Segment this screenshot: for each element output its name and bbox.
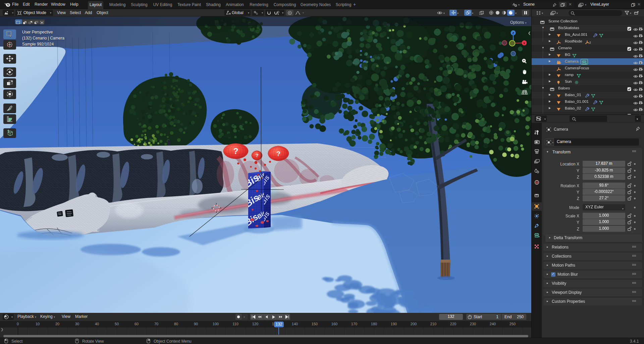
svg-text:Z: Z xyxy=(512,31,514,35)
svg-text:X: X xyxy=(523,42,525,45)
svg-text:?: ? xyxy=(255,152,258,158)
svg-text:?: ? xyxy=(233,146,238,156)
svg-text:?: ? xyxy=(276,150,281,157)
